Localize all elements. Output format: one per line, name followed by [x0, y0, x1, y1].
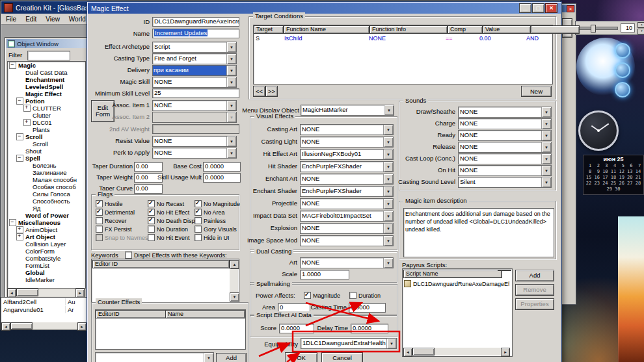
tree-item[interactable]: Scroll	[8, 140, 85, 148]
edit-form-button[interactable]: Edit Form	[91, 100, 114, 122]
base-cost-field[interactable]: 0.0000	[203, 162, 241, 172]
filter-input[interactable]	[27, 51, 70, 60]
taper-curve-field[interactable]: 0.00	[134, 184, 163, 194]
dispel-keywords-checkbox[interactable]: Dispel Effects with these Keywords:	[125, 252, 226, 259]
id-field[interactable]: DLC1DawnguardRuneAxeIncrementKi	[152, 17, 239, 27]
release-dropdown[interactable]: NONE	[458, 142, 552, 153]
tree-item[interactable]: Enchantment	[8, 76, 85, 83]
cast-loop-dropdown[interactable]: NONE	[458, 153, 552, 164]
checkbox[interactable]	[148, 234, 155, 241]
col-function-name[interactable]: Function Name	[284, 25, 369, 34]
dropdown-arrow-icon[interactable]	[383, 162, 393, 172]
dropdown-arrow-icon[interactable]	[383, 125, 393, 135]
flag-no-hit-event[interactable]: No Hit Event	[148, 234, 190, 241]
checkbox[interactable]	[195, 226, 202, 233]
tree-item[interactable]: DLC01	[8, 119, 85, 126]
tree-item[interactable]: Spell	[8, 155, 85, 162]
tree-expander-icon[interactable]	[23, 105, 31, 112]
dropdown-arrow-icon[interactable]	[383, 174, 393, 184]
equip-ability-dropdown[interactable]: 1DLC1DawnguardExtraHealth	[301, 338, 397, 349]
dual-scale-field[interactable]: 1.0000	[300, 270, 349, 279]
draw-sheathe-dropdown[interactable]: NONE	[458, 107, 552, 118]
flag-recover[interactable]: Recover	[96, 217, 127, 224]
delivery-dropdown[interactable]: при касании	[152, 65, 237, 76]
tree-expander-icon[interactable]	[23, 119, 31, 126]
tree-item[interactable]: Яд	[8, 205, 85, 212]
col-blank[interactable]	[531, 25, 580, 34]
dropdown-arrow-icon[interactable]	[226, 136, 236, 146]
counter-effect-dropdown[interactable]	[95, 352, 214, 362]
object-window-titlebar[interactable]: Object Window	[7, 39, 87, 48]
col-comp[interactable]: Comp	[448, 25, 483, 34]
dropdown-arrow-icon[interactable]	[541, 107, 551, 117]
enchant-shader-dropdown[interactable]: EnchPurpleFXShader	[300, 186, 394, 197]
menu-view[interactable]: View	[41, 15, 64, 23]
flag-no-hit-effect[interactable]: No Hit Effect	[148, 209, 189, 216]
script-list-item[interactable]: DLC1DawnguardRuneAxeDamageEffectSCR	[404, 280, 509, 287]
gadget-launcher-icon[interactable]	[615, 82, 630, 97]
object-tree-hscrollbar[interactable]	[7, 289, 85, 296]
tree-item[interactable]: Силы Голоса	[8, 190, 85, 198]
flag-no-recast[interactable]: No Recast	[148, 200, 184, 207]
keywords-list[interactable]: Editor ID	[91, 259, 239, 303]
resist-value-dropdown[interactable]: NONE	[152, 136, 237, 147]
tree-item[interactable]: Scroll	[8, 133, 85, 140]
magnitude-checkbox[interactable]: Magnitude	[304, 292, 340, 299]
tree-item[interactable]: IdleMarker	[8, 276, 85, 283]
gadget-launcher-icon[interactable]	[615, 43, 630, 58]
perk-to-apply-dropdown[interactable]: NONE	[152, 148, 237, 159]
checkbox[interactable]	[96, 200, 103, 207]
casting-light-dropdown[interactable]: NONE	[300, 136, 394, 148]
dropdown-arrow-icon[interactable]	[226, 77, 236, 87]
tree-item[interactable]: FormList	[8, 262, 85, 269]
ready-dropdown[interactable]: NONE	[458, 130, 552, 141]
script-add-button[interactable]: Add	[515, 270, 554, 281]
tree-item[interactable]: Potion	[8, 97, 85, 105]
tree-item[interactable]: Art Object	[8, 233, 85, 240]
scrollbar-thumb[interactable]	[412, 348, 435, 356]
tree-item[interactable]: Dual Cast Data	[8, 69, 85, 76]
tree-item[interactable]: Collision Layer	[8, 240, 85, 248]
tree-item[interactable]: Clutter	[8, 112, 85, 119]
tree-expander-icon[interactable]	[9, 62, 16, 69]
counter-header-editorid[interactable]: EditorID	[96, 310, 170, 318]
script-header-stub[interactable]	[498, 270, 511, 271]
menu-edit[interactable]: Edit	[21, 15, 41, 23]
script-remove-button[interactable]: Remove	[515, 284, 554, 296]
dropdown-arrow-icon[interactable]	[541, 166, 551, 175]
tree-expander-icon[interactable]	[16, 155, 23, 162]
papyrus-script-list[interactable]: Script Name DLC1DawnguardRuneAxeDamageEf…	[402, 268, 513, 357]
checkbox[interactable]	[96, 226, 103, 233]
hit-effect-art-dropdown[interactable]: IllusionNegFXBody01	[300, 149, 394, 160]
skill-usage-mult-field[interactable]: 0.0000	[203, 173, 241, 183]
dropdown-arrow-icon[interactable]	[383, 236, 393, 246]
impact-data-set-dropdown[interactable]: MAGFirebolt01ImpactSet	[300, 211, 394, 222]
tree-item[interactable]: CLUTTER	[8, 105, 85, 112]
taper-duration-field[interactable]: 0.00	[134, 162, 163, 172]
scroll-down-icon[interactable]	[230, 292, 239, 302]
flag-gory-visuals[interactable]: Gory Visuals	[195, 226, 237, 233]
tree-expander-icon[interactable]	[16, 133, 23, 140]
checkbox[interactable]	[96, 217, 103, 224]
close-icon[interactable]	[545, 3, 557, 13]
casting-sound-level-dropdown[interactable]: Silent	[458, 177, 552, 188]
ok-button[interactable]: OK	[285, 352, 317, 362]
conditions-new-button[interactable]: New	[521, 86, 552, 97]
description-text[interactable]: Enchantment does additional sun damage b…	[403, 208, 554, 257]
cell-view-hscrollbar[interactable]	[1, 322, 87, 330]
tree-item[interactable]: Малая способн	[8, 176, 85, 183]
dropdown-arrow-icon[interactable]	[383, 187, 393, 196]
charge-dropdown[interactable]: NONE	[458, 118, 552, 129]
conditions-prev-button[interactable]: <<	[253, 86, 265, 97]
dropdown-arrow-icon[interactable]	[204, 353, 213, 362]
name-field[interactable]: Increment Updates	[152, 29, 239, 38]
flag-detrimental[interactable]: Detrimental	[96, 209, 135, 216]
col-target[interactable]: Target	[254, 25, 284, 34]
checkbox[interactable]	[148, 217, 155, 224]
col-function-info[interactable]: Function Info	[369, 25, 448, 34]
script-name-header[interactable]: Script Name	[403, 270, 502, 278]
tree-expander-icon[interactable]	[9, 219, 16, 226]
dropdown-arrow-icon[interactable]	[226, 66, 236, 75]
maximize-icon[interactable]	[532, 3, 544, 13]
scroll-left-icon[interactable]	[403, 348, 412, 357]
